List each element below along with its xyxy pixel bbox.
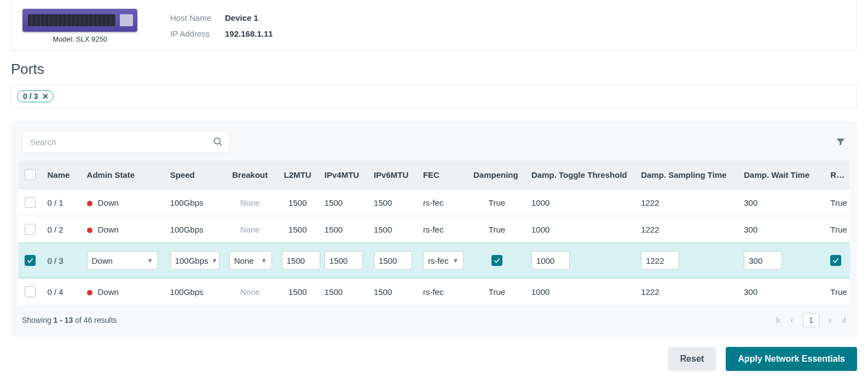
select-all-checkbox[interactable] (25, 169, 36, 180)
status-dot-icon (87, 201, 92, 206)
col-breakout[interactable]: Breakout (224, 160, 276, 189)
device-meta: Host Name Device 1 IP Address 192.168.1.… (170, 1, 273, 45)
col-speed[interactable]: Speed (165, 160, 224, 189)
admin-state-select[interactable]: Down▼ (87, 251, 158, 270)
cell-dtt: 1000 (526, 216, 635, 243)
results-prefix: Showing (22, 316, 54, 324)
col-l2mtu[interactable]: L2MTU (276, 160, 319, 189)
page-number[interactable]: 1 (803, 313, 819, 327)
action-bar: Reset Apply Network Essentials (11, 347, 857, 371)
cell-dst: 1222 (635, 278, 738, 305)
col-ipv4mtu[interactable]: IPv4MTU (319, 160, 368, 189)
col-dampening[interactable]: Dampening (468, 160, 526, 189)
ipv6mtu-input[interactable] (374, 251, 412, 270)
results-range: 1 - 13 (54, 316, 73, 324)
device-summary-card: Model: SLX 9250 Host Name Device 1 IP Ad… (11, 0, 857, 51)
host-name-value: Device 1 (225, 13, 258, 22)
cell-rme: True (825, 189, 850, 216)
ip-address-value: 192.168.1.11 (225, 29, 273, 38)
dtt-input[interactable] (531, 251, 570, 270)
l2mtu-input[interactable] (282, 251, 320, 270)
row-checkbox[interactable] (25, 197, 36, 208)
rme-checkbox[interactable] (830, 255, 841, 266)
cell-dtt: 1000 (526, 278, 635, 305)
page-last-icon[interactable]: ›I (841, 316, 846, 324)
cell-dwt: 300 (738, 216, 825, 243)
cell-breakout: None (224, 189, 276, 216)
cell-rme: True (825, 278, 850, 305)
results-suffix: of 46 results (73, 316, 117, 324)
ipv4mtu-input[interactable] (325, 251, 363, 270)
cell-speed: 100Gbps (165, 216, 224, 243)
cell-breakout: None (224, 278, 276, 305)
cell-l2mtu: 1500 (276, 189, 319, 216)
page-next-icon[interactable]: › (829, 316, 832, 324)
cell-dtt: 1000 (526, 189, 635, 216)
close-icon[interactable]: ✕ (42, 92, 49, 101)
chevron-down-icon: ▼ (212, 257, 218, 264)
cell-dampening: True (468, 278, 526, 305)
cell-dst: 1222 (635, 189, 738, 216)
page-prev-icon[interactable]: ‹ (790, 316, 793, 324)
table-row: 0 / 2Down100GbpsNone150015001500rs-fecTr… (18, 216, 850, 243)
cell-dampening: True (468, 189, 526, 216)
breakout-select[interactable]: None▼ (229, 251, 272, 270)
filter-chip-label: 0 / 3 (23, 92, 38, 101)
cell-ipv4mtu: 1500 (319, 278, 368, 305)
cell-admin-state: Down (82, 189, 165, 216)
device-image-block: Model: SLX 9250 (22, 1, 137, 43)
chevron-down-icon: ▼ (147, 257, 153, 264)
col-dtt[interactable]: Damp. Toggle Threshold (526, 160, 635, 189)
dampening-checkbox[interactable] (491, 255, 502, 266)
status-dot-icon (87, 228, 92, 233)
col-dwt[interactable]: Damp. Wait Time (738, 160, 825, 189)
apply-network-essentials-button[interactable]: Apply Network Essentials (726, 347, 857, 371)
row-checkbox[interactable] (25, 286, 36, 297)
dwt-input[interactable] (744, 251, 782, 270)
cell-ipv4mtu: 1500 (319, 189, 368, 216)
search-icon[interactable] (212, 136, 223, 147)
row-checkbox[interactable] (25, 224, 36, 235)
filter-chip[interactable]: 0 / 3 ✕ (17, 90, 54, 102)
chevron-down-icon: ▼ (453, 257, 459, 264)
search-input[interactable] (22, 130, 230, 153)
col-dst[interactable]: Damp. Sampling Time (635, 160, 738, 189)
cell-name: 0 / 2 (42, 216, 82, 243)
cell-ipv6mtu: 1500 (368, 216, 418, 243)
cell-breakout: None (224, 216, 276, 243)
table-row: 0 / 3Down▼100Gbps▼None▼rs-fec▼ (18, 243, 850, 278)
cell-dampening: True (468, 216, 526, 243)
cell-name: 0 / 1 (42, 189, 82, 216)
col-admin-state[interactable]: Admin State (82, 160, 165, 189)
row-checkbox[interactable] (25, 255, 36, 266)
col-name[interactable]: Name (42, 160, 82, 189)
device-model-label: Model: SLX 9250 (22, 35, 137, 43)
page-first-icon[interactable]: I‹ (776, 316, 781, 324)
cell-dst: 1222 (635, 216, 738, 243)
dst-input[interactable] (641, 251, 679, 270)
cell-admin-state: Down (82, 216, 165, 243)
cell-dwt: 300 (738, 189, 825, 216)
col-ipv6mtu[interactable]: IPv6MTU (368, 160, 418, 189)
col-rme[interactable]: RME (825, 160, 850, 189)
ports-table: Name Admin State Speed Breakout L2MTU IP… (18, 160, 850, 305)
cell-ipv6mtu: 1500 (368, 278, 418, 305)
cell-fec: rs-fec (418, 189, 468, 216)
col-fec[interactable]: FEC (418, 160, 468, 189)
cell-rme: True (825, 216, 850, 243)
fec-select[interactable]: rs-fec▼ (423, 251, 464, 270)
reset-button[interactable]: Reset (668, 347, 716, 371)
ports-panel: Name Admin State Speed Breakout L2MTU IP… (11, 121, 857, 337)
filter-chip-bar: 0 / 3 ✕ (11, 84, 857, 108)
pagination: I‹ ‹ 1 › ›I (776, 313, 846, 327)
speed-select[interactable]: 100Gbps▼ (170, 251, 219, 270)
svg-line-1 (219, 143, 222, 146)
table-row: 0 / 4Down100GbpsNone150015001500rs-fecTr… (18, 278, 850, 305)
table-footer: Showing 1 - 13 of 46 results I‹ ‹ 1 › ›I (18, 305, 850, 329)
cell-fec: rs-fec (418, 216, 468, 243)
search-field-wrap (22, 130, 230, 153)
table-header-row: Name Admin State Speed Breakout L2MTU IP… (18, 160, 850, 189)
filter-icon[interactable] (835, 136, 846, 147)
section-title-ports: Ports (11, 61, 857, 78)
cell-speed: 100Gbps (165, 278, 224, 305)
